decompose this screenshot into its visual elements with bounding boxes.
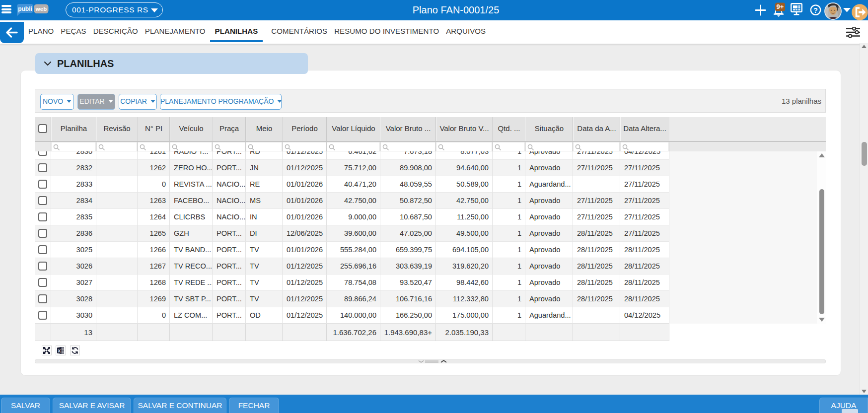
svg-text:?: ? bbox=[813, 6, 818, 14]
svg-text:X: X bbox=[58, 348, 61, 353]
svg-text:9+: 9+ bbox=[777, 3, 784, 10]
